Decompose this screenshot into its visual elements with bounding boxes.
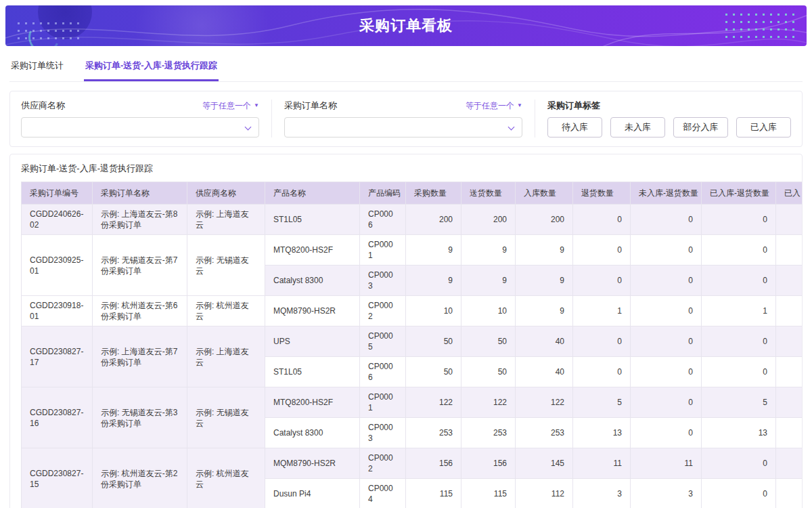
column-header: 退货数量: [573, 182, 631, 205]
product-code-cell: CP0002: [360, 296, 406, 326]
tab-order-statistics[interactable]: 采购订单统计: [9, 53, 65, 81]
pending-return-qty-cell: 0: [631, 235, 702, 266]
purchase-qty-cell: 50: [406, 357, 461, 387]
order-name-select[interactable]: [284, 117, 522, 137]
purchase-qty-cell: 253: [406, 418, 461, 448]
inbound-qty-cell: 40: [516, 357, 573, 387]
return-qty-cell: 0: [573, 326, 631, 357]
clipped-qty-cell: [776, 235, 803, 266]
pending-return-qty-cell: 3: [631, 479, 702, 508]
supplier-select[interactable]: [21, 117, 259, 137]
delivery-qty-cell: 10: [461, 296, 516, 326]
caret-down-icon: ▼: [254, 103, 259, 108]
product-code-cell: CP0002: [360, 448, 406, 479]
delivery-qty-cell: 253: [461, 418, 516, 448]
delivery-qty-cell: 115: [461, 479, 516, 508]
table-row: CGDD230827-17示例: 上海道友云-第7份采购订单示例: 上海道友云U…: [22, 326, 803, 357]
table-row: CGDD230827-15示例: 杭州道友云-第2份采购订单示例: 杭州道友云M…: [22, 448, 803, 479]
order-name-cell: 示例: 上海道友云-第7份采购订单: [93, 326, 187, 387]
inbound-return-qty-cell: 0: [702, 266, 776, 296]
product-code-cell: CP0001: [360, 235, 406, 266]
delivery-qty-cell: 50: [461, 357, 516, 387]
delivery-qty-cell: 156: [461, 448, 516, 479]
supplier-filter-group: 供应商名称 等于任意一个 ▼: [21, 100, 259, 137]
clipped-qty-cell: [776, 296, 803, 326]
clipped-qty-cell: [776, 387, 803, 418]
pending-return-qty-cell: 0: [631, 418, 702, 448]
return-qty-cell: 0: [573, 357, 631, 387]
order-tag-label: 采购订单标签: [547, 100, 600, 112]
product-code-cell: CP0003: [360, 418, 406, 448]
filter-divider: [535, 100, 535, 137]
page-title: 采购订单看板: [5, 16, 807, 36]
table-row: CGDD230925-01示例: 无锡道友云-第7份采购订单示例: 无锡道友云M…: [22, 235, 803, 266]
column-header: 产品编码: [360, 182, 406, 205]
clipped-qty-cell: [776, 326, 803, 357]
inbound-qty-cell: 200: [516, 205, 573, 235]
purchase-qty-cell: 9: [406, 266, 461, 296]
supplier-name-cell: 示例: 杭州道友云: [187, 448, 265, 508]
product-name-cell: MQM8790-HS2R: [265, 448, 360, 479]
tab-order-tracking[interactable]: 采购订单-送货-入库-退货执行跟踪: [84, 53, 219, 81]
order-name-filter-label: 采购订单名称: [284, 100, 337, 112]
column-header: 采购数量: [406, 182, 461, 205]
supplier-name-cell: 示例: 无锡道友云: [187, 387, 265, 448]
return-qty-cell: 1: [573, 296, 631, 326]
purchase-qty-cell: 10: [406, 296, 461, 326]
purchase-qty-cell: 9: [406, 235, 461, 266]
table-row: CGDD230918-01示例: 杭州道友云-第6份采购订单示例: 杭州道友云M…: [22, 296, 803, 326]
product-name-cell: Dusun Pi4: [265, 479, 360, 508]
product-code-cell: CP0003: [360, 266, 406, 296]
purchase-qty-cell: 50: [406, 326, 461, 357]
filter-panel: 供应商名称 等于任意一个 ▼ 采购订单名称 等于任意一个 ▼: [9, 91, 803, 147]
order-name-cell: 示例: 上海道友云-第8份采购订单: [93, 205, 187, 235]
clipped-qty-cell: [776, 418, 803, 448]
clipped-qty-cell: [776, 266, 803, 296]
tag-button-partial-inbound[interactable]: 部分入库: [673, 117, 728, 137]
supplier-name-cell: 示例: 上海道友云: [187, 326, 265, 387]
inbound-qty-cell: 145: [516, 448, 573, 479]
column-header: 未入库-退货数量: [631, 182, 702, 205]
table-scroll-area[interactable]: 采购订单编号采购订单名称供应商名称产品名称产品编码采购数量送货数量入库数量退货数…: [21, 182, 803, 508]
pending-return-qty-cell: 0: [631, 326, 702, 357]
supplier-name-cell: 示例: 上海道友云: [187, 205, 265, 235]
inbound-return-qty-cell: 0: [702, 326, 776, 357]
order-id-cell: CGDD240626-02: [22, 205, 93, 235]
order-name-cell: 示例: 杭州道友云-第2份采购订单: [93, 448, 187, 508]
inbound-return-qty-cell: 0: [702, 448, 776, 479]
supplier-operator-dropdown[interactable]: 等于任意一个 ▼: [202, 100, 259, 112]
product-name-cell: ST1L05: [265, 205, 360, 235]
purchase-qty-cell: 115: [406, 479, 461, 508]
delivery-qty-cell: 50: [461, 326, 516, 357]
page-header-banner: 采购订单看板: [5, 5, 807, 46]
tag-button-inbound[interactable]: 已入库: [736, 117, 791, 137]
column-header: 已入库-退货数量: [702, 182, 776, 205]
product-name-cell: UPS: [265, 326, 360, 357]
product-name-cell: MQM8790-HS2R: [265, 296, 360, 326]
chevron-down-icon: [508, 124, 515, 131]
pending-return-qty-cell: 0: [631, 296, 702, 326]
tag-button-row: 待入库 未入库 部分入库 已入库: [547, 117, 791, 137]
inbound-return-qty-cell: 5: [702, 387, 776, 418]
order-operator-dropdown[interactable]: 等于任意一个 ▼: [466, 100, 522, 112]
order-operator-label: 等于任意一个: [466, 100, 514, 112]
return-qty-cell: 5: [573, 387, 631, 418]
product-name-cell: MTQ8200-HS2F: [265, 235, 360, 266]
tag-button-pending-inbound[interactable]: 待入库: [547, 117, 602, 137]
inbound-return-qty-cell: 1: [702, 296, 776, 326]
tag-button-not-inbound[interactable]: 未入库: [610, 117, 665, 137]
product-name-cell: Catalyst 8300: [265, 418, 360, 448]
delivery-qty-cell: 9: [461, 266, 516, 296]
column-header: 已入: [776, 182, 803, 205]
delivery-qty-cell: 9: [461, 235, 516, 266]
pending-return-qty-cell: 0: [631, 266, 702, 296]
inbound-return-qty-cell: 0: [702, 479, 776, 508]
product-code-cell: CP0006: [360, 357, 406, 387]
supplier-operator-label: 等于任意一个: [202, 100, 251, 112]
clipped-qty-cell: [776, 448, 803, 479]
table-header-row: 采购订单编号采购订单名称供应商名称产品名称产品编码采购数量送货数量入库数量退货数…: [22, 182, 803, 205]
inbound-return-qty-cell: 0: [702, 235, 776, 266]
inbound-return-qty-cell: 0: [702, 205, 776, 235]
product-code-cell: CP0001: [360, 387, 406, 418]
product-name-cell: Catalyst 8300: [265, 266, 360, 296]
